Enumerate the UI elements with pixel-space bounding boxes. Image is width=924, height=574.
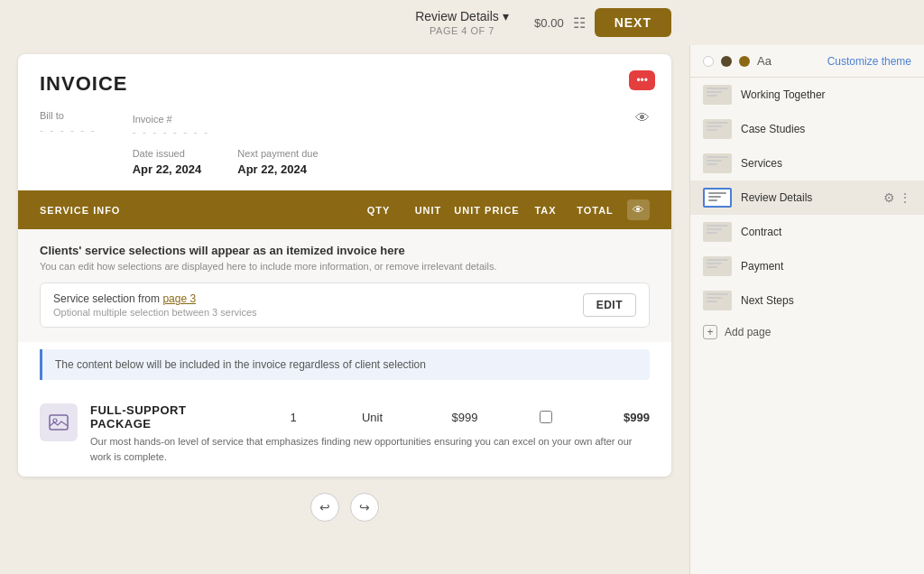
sidebar-item-services[interactable]: Services (690, 146, 924, 181)
col-qty: QTY (354, 205, 403, 216)
theme-dot-light[interactable] (703, 56, 714, 67)
col-service-info: SERVICE INFO (40, 205, 354, 216)
service-sel-text: Service selection from page 3 (53, 292, 257, 305)
package-name: FULL-SUPPORT PACKAGE (90, 403, 239, 430)
date-issued-label: Date issued (133, 148, 202, 159)
chevron-down-icon: ▾ (503, 9, 509, 23)
page-thumb-case-studies (703, 119, 732, 139)
col-total: TOTAL (570, 205, 620, 216)
date-issued-value: Apr 22, 2024 (133, 162, 202, 176)
invoice-meta: Bill to - - - - - - Invoice # - - - - - … (18, 110, 671, 190)
page-nav-center: Review Details ▾ PAGE 4 OF 7 (415, 9, 509, 36)
sidebar-item-working-together[interactable]: Working Together (690, 78, 924, 112)
edit-button[interactable]: EDIT (583, 293, 636, 317)
visibility-toggle-icon[interactable]: 👁 (635, 110, 650, 126)
customize-theme-link[interactable]: Customize theme (827, 55, 911, 68)
add-page-label: Add page (725, 326, 771, 338)
sidebar-item-payment[interactable]: Payment (690, 249, 924, 283)
top-bar: Review Details ▾ PAGE 4 OF 7 $0.00 ☷ NEX… (0, 0, 924, 45)
package-qty: 1 (275, 411, 311, 424)
page-thumb-contract (703, 222, 732, 242)
service-sel-sub: Optional multiple selection between 3 se… (53, 307, 257, 318)
sidebar-item-review-details[interactable]: Review Details ⚙ ⋮ (690, 181, 924, 215)
page-indicator: PAGE 4 OF 7 (430, 25, 494, 36)
bill-to-label: Bill to (40, 110, 97, 121)
page-thumb-services (703, 153, 732, 173)
invoice-card: INVOICE ••• Bill to - - - - - - Invoice … (18, 54, 671, 477)
sidebar-nav-list: Working Together Case Studies Services (690, 78, 924, 347)
notice-bar: The content below will be included in th… (40, 349, 650, 380)
bill-to-section: Bill to - - - - - - (40, 110, 97, 176)
content-area: INVOICE ••• Bill to - - - - - - Invoice … (0, 45, 689, 574)
package-description: Our most hands-on level of service that … (90, 434, 650, 464)
package-icon (40, 403, 78, 441)
invoice-num-row: Invoice # - - - - - - - - 👁 (133, 110, 650, 139)
invoice-header: INVOICE ••• (18, 54, 671, 110)
next-payment-value: Apr 22, 2024 (237, 162, 318, 176)
sidebar-label-services: Services (741, 157, 911, 170)
col-unit-price: UNIT PRICE (453, 205, 521, 216)
service-selection-box: Service selection from page 3 Optional m… (40, 282, 650, 328)
svg-point-1 (53, 419, 57, 422)
placeholder-title: Clients' service selections will appear … (40, 244, 650, 257)
notice-text: The content below will be included in th… (55, 358, 426, 371)
add-page-row[interactable]: + Add page (690, 318, 924, 347)
placeholder-subtitle: You can edit how selections are displaye… (40, 261, 650, 272)
undo-button[interactable]: ↩ (310, 493, 339, 522)
package-total: $999 (596, 411, 650, 424)
invoice-num-label: Invoice # (133, 114, 172, 125)
page-thumb-payment (703, 256, 732, 276)
page-thumb-working-together (703, 85, 732, 105)
next-button[interactable]: NEXT (595, 8, 671, 37)
sidebar-item-case-studies[interactable]: Case Studies (690, 112, 924, 146)
font-size-control[interactable]: Aa (757, 54, 772, 68)
sidebar-item-next-steps[interactable]: Next Steps (690, 283, 924, 318)
col-unit: UNIT (403, 205, 453, 216)
col-tax: TAX (521, 205, 570, 216)
settings-icon[interactable]: ⚙ (883, 190, 895, 205)
package-unit: Unit (347, 411, 397, 424)
sidebar-top: Aa Customize theme (690, 45, 924, 78)
sidebar-label-working-together: Working Together (741, 88, 911, 101)
sidebar-label-review-details: Review Details (741, 191, 874, 204)
invoice-title: INVOICE (40, 72, 650, 96)
invoice-num-value: - - - - - - - - (133, 126, 209, 139)
price-display: $0.00 (534, 16, 564, 30)
package-row: FULL-SUPPORT PACKAGE 1 Unit $999 $999 Ou… (18, 391, 671, 477)
more-icon[interactable]: ⋮ (899, 190, 911, 205)
package-price: $999 (433, 411, 496, 424)
add-icon: + (703, 325, 717, 339)
redo-button[interactable]: ↪ (350, 493, 379, 522)
theme-dot-dark[interactable] (721, 56, 732, 67)
right-sidebar: Aa Customize theme Working Together (689, 45, 924, 574)
next-payment-label: Next payment due (237, 148, 318, 159)
top-bar-right: $0.00 ☷ NEXT (534, 8, 671, 37)
theme-controls: Aa (703, 54, 772, 68)
sidebar-item-contract[interactable]: Contract (690, 215, 924, 249)
page-thumb-review-details (703, 188, 732, 208)
document-icon[interactable]: ☷ (573, 14, 586, 32)
bottom-nav: ↩ ↪ (18, 486, 671, 529)
invoice-num-col: Invoice # - - - - - - - - (133, 110, 209, 139)
review-details-dropdown[interactable]: Review Details ▾ (415, 9, 509, 23)
review-details-label: Review Details (415, 9, 499, 23)
sidebar-label-payment: Payment (741, 260, 911, 273)
service-placeholder-section: Clients' service selections will appear … (18, 229, 671, 342)
page3-link[interactable]: page 3 (162, 292, 196, 305)
service-sel-prefix: Service selection from (53, 292, 162, 305)
invoice-dates: Date issued Apr 22, 2024 Next payment du… (133, 148, 650, 176)
more-options-button[interactable]: ••• (629, 70, 655, 90)
sidebar-item-actions-review: ⚙ ⋮ (883, 190, 911, 205)
sidebar-label-case-studies: Case Studies (741, 123, 911, 135)
main-layout: INVOICE ••• Bill to - - - - - - Invoice … (0, 45, 924, 574)
date-issued-section: Date issued Apr 22, 2024 (133, 148, 202, 176)
table-visibility-toggle[interactable]: 👁 (627, 199, 650, 220)
page-thumb-next-steps (703, 291, 732, 310)
sidebar-label-next-steps: Next Steps (741, 294, 911, 307)
table-header: SERVICE INFO QTY UNIT UNIT PRICE TAX TOT… (18, 190, 671, 229)
invoice-num-section: Invoice # - - - - - - - - 👁 Date issued … (133, 110, 650, 176)
sidebar-label-contract: Contract (741, 226, 911, 238)
service-selection-info: Service selection from page 3 Optional m… (53, 292, 257, 318)
theme-dot-accent[interactable] (739, 56, 750, 67)
package-checkbox[interactable] (532, 411, 559, 423)
